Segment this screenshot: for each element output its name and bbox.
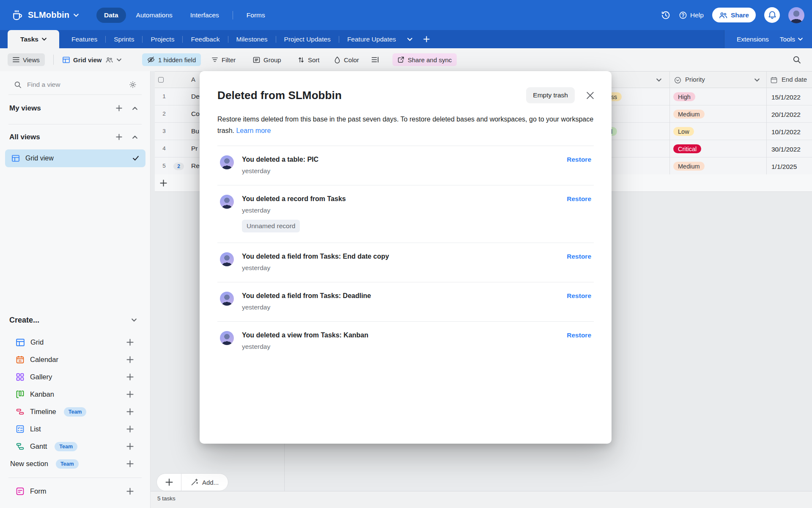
add-calendar-icon[interactable]: [126, 356, 134, 363]
find-view-input[interactable]: [26, 80, 119, 89]
end-date-cell[interactable]: 1/1/2025: [771, 163, 797, 171]
empty-trash-button[interactable]: Empty trash: [526, 87, 575, 103]
create-kanban[interactable]: Kanban: [0, 386, 151, 403]
base-title-chevron-icon[interactable]: [74, 14, 79, 17]
priority-column-header[interactable]: Priority: [685, 76, 705, 83]
nav-data[interactable]: Data: [96, 8, 126, 23]
extensions-button[interactable]: Extensions: [737, 36, 769, 43]
create-gantt[interactable]: Gantt Team: [0, 438, 151, 455]
sort-icon: [298, 57, 304, 63]
priority-chip[interactable]: Critical: [673, 144, 701, 153]
add-record-button[interactable]: [156, 473, 181, 491]
end-date-cell[interactable]: 20/1/2022: [771, 111, 801, 119]
history-icon[interactable]: [661, 11, 670, 20]
add-kanban-icon[interactable]: [126, 391, 134, 398]
create-timeline[interactable]: Timeline Team: [0, 403, 151, 420]
nav-forms[interactable]: Forms: [239, 8, 273, 23]
tools-label: Tools: [780, 36, 795, 43]
views-button[interactable]: Views: [8, 53, 45, 66]
create-grid[interactable]: Grid: [0, 334, 151, 351]
item-avatar: [220, 195, 234, 209]
search-button[interactable]: [793, 53, 801, 66]
my-views-add-icon[interactable]: [116, 105, 122, 111]
group-icon: [253, 57, 260, 63]
priority-chip[interactable]: Low: [673, 127, 694, 136]
user-avatar[interactable]: [788, 7, 804, 23]
tools-button[interactable]: Tools: [780, 36, 803, 43]
restore-link[interactable]: Restore: [567, 156, 591, 175]
my-views-header[interactable]: My views: [9, 104, 41, 113]
color-button[interactable]: Color: [334, 53, 359, 66]
priority-column-chevron-icon[interactable]: [754, 78, 760, 82]
restore-link[interactable]: Restore: [567, 331, 591, 351]
grid-view-selector[interactable]: Grid view: [63, 53, 121, 66]
add-timeline-icon[interactable]: [126, 408, 134, 415]
all-views-header[interactable]: All views: [9, 133, 40, 141]
sidebar-view-grid-view[interactable]: Grid view: [5, 149, 145, 167]
learn-more-link[interactable]: Learn more: [236, 127, 271, 134]
hidden-column-chevron-icon[interactable]: [656, 78, 661, 82]
add-gallery-icon[interactable]: [126, 373, 134, 381]
tab-projects[interactable]: Projects: [143, 36, 182, 43]
restore-link[interactable]: Restore: [567, 292, 591, 311]
priority-chip[interactable]: Medium: [673, 162, 705, 171]
restore-link[interactable]: Restore: [567, 253, 591, 272]
description-text: Restore items deleted from this base in …: [217, 116, 593, 134]
base-title[interactable]: SLMobbin: [28, 10, 69, 20]
sort-button[interactable]: Sort: [298, 53, 320, 66]
add-list-icon[interactable]: [126, 425, 134, 433]
share-and-sync-button[interactable]: Share and sync: [392, 53, 457, 66]
create-section-header[interactable]: Create...: [9, 316, 39, 325]
end-date-cell[interactable]: 30/1/2022: [771, 146, 801, 153]
create-gallery[interactable]: Gallery: [0, 368, 151, 386]
add-gantt-icon[interactable]: [126, 443, 134, 450]
tab-tasks-active[interactable]: Tasks: [8, 30, 59, 48]
select-all-checkbox[interactable]: [158, 77, 164, 83]
notifications-button[interactable]: [764, 7, 780, 23]
end-date-cell[interactable]: 10/1/2022: [771, 128, 801, 136]
dialog-description: Restore items deleted from this base in …: [217, 113, 594, 136]
all-views-collapse-icon[interactable]: [132, 135, 137, 139]
share-button[interactable]: Share: [712, 8, 756, 22]
view-label: Grid view: [25, 155, 127, 162]
tab-project-updates[interactable]: Project Updates: [276, 36, 339, 43]
add-with-ai-button[interactable]: Add...: [181, 473, 228, 491]
end-date-column-header[interactable]: End date: [782, 76, 807, 83]
create-calendar[interactable]: 31 Calendar: [0, 351, 151, 368]
more-tabs-chevron-icon[interactable]: [407, 38, 412, 41]
all-views-add-icon[interactable]: [116, 134, 122, 140]
add-new-section-icon[interactable]: [126, 460, 134, 467]
tab-features[interactable]: Features: [63, 36, 105, 43]
primary-column-header[interactable]: A: [191, 76, 195, 83]
create-collapse-chevron-icon[interactable]: [132, 318, 137, 322]
tab-sprints[interactable]: Sprints: [106, 36, 142, 43]
dialog-title: Deleted from SLMobbin: [217, 89, 526, 102]
end-date-cell[interactable]: 15/1/2022: [771, 94, 801, 101]
trash-item: You deleted a field from Tasks: End date…: [217, 243, 594, 282]
row-height-button[interactable]: [371, 53, 379, 66]
hidden-fields-button[interactable]: 1 hidden field: [142, 53, 201, 66]
add-form-icon[interactable]: [126, 488, 134, 495]
create-form[interactable]: Form: [0, 483, 151, 500]
priority-chip[interactable]: High: [673, 92, 695, 101]
filter-button[interactable]: Filter: [211, 53, 236, 66]
tab-milestones[interactable]: Milestones: [228, 36, 276, 43]
comment-count-badge[interactable]: 2: [173, 163, 184, 170]
create-list[interactable]: List: [0, 420, 151, 438]
tab-feature-updates[interactable]: Feature Updates: [339, 36, 404, 43]
create-new-section[interactable]: New section Team: [0, 455, 151, 472]
view-chevron-icon: [117, 58, 121, 61]
my-views-collapse-icon[interactable]: [132, 107, 137, 110]
nav-interfaces[interactable]: Interfaces: [183, 8, 227, 23]
nav-automations[interactable]: Automations: [129, 8, 180, 23]
add-table-icon[interactable]: [423, 36, 430, 42]
close-dialog-button[interactable]: [587, 92, 594, 99]
add-grid-icon[interactable]: [126, 339, 134, 346]
restore-link[interactable]: Restore: [567, 195, 591, 232]
group-button[interactable]: Group: [253, 53, 281, 66]
view-settings-gear-icon[interactable]: [129, 81, 137, 88]
priority-chip[interactable]: Medium: [673, 110, 705, 119]
app-logo-mug-icon[interactable]: [11, 9, 24, 22]
tab-feedback[interactable]: Feedback: [183, 36, 228, 43]
help-button[interactable]: Help: [679, 11, 704, 19]
